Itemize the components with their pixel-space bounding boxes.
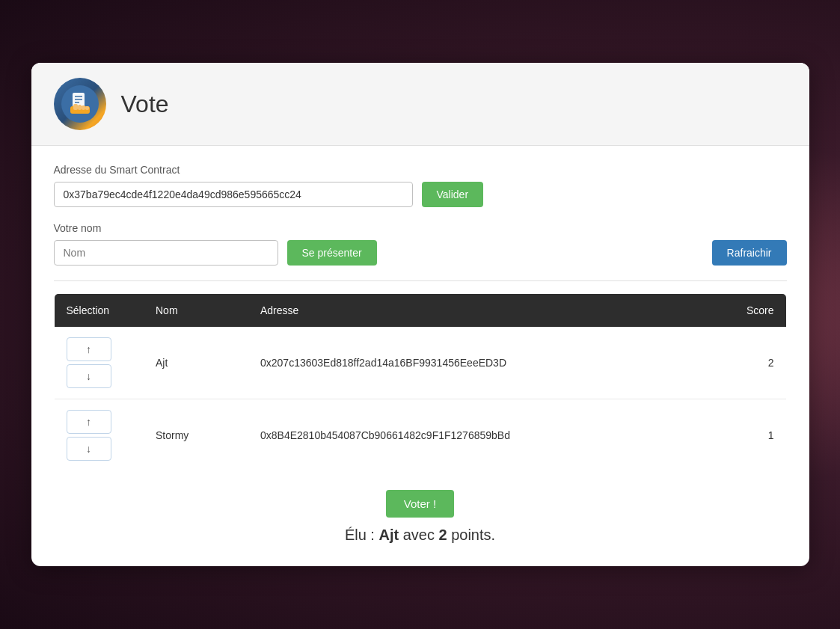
footer-actions: Voter ! Élu : Ajt avec 2 points. <box>54 490 787 544</box>
table-header-row: Sélection Nom Adresse Score <box>54 294 786 328</box>
downvote-button[interactable]: ↓ <box>67 437 111 461</box>
name-row: Se présenter Rafraichir <box>54 240 787 266</box>
selection-cell: ↑ ↓ <box>54 399 144 472</box>
svg-rect-8 <box>82 105 85 110</box>
result-suffix: points. <box>447 527 495 543</box>
svg-rect-6 <box>73 104 78 110</box>
selection-cell: ↑ ↓ <box>54 327 144 399</box>
vote-buttons: ↑ ↓ <box>67 337 132 388</box>
register-button[interactable]: Se présenter <box>287 240 377 266</box>
refresh-button[interactable]: Rafraichir <box>712 240 787 266</box>
contract-address-row: Valider <box>54 182 787 207</box>
contract-address-input[interactable] <box>54 182 413 207</box>
col-header-selection: Sélection <box>54 294 144 328</box>
result-text: Élu : Ajt avec 2 points. <box>54 527 787 544</box>
svg-rect-9 <box>85 106 89 110</box>
upvote-button[interactable]: ↑ <box>67 337 111 361</box>
result-points: 2 <box>439 527 447 543</box>
nom-cell: Stormy <box>144 399 248 472</box>
result-name: Ajt <box>378 527 399 543</box>
app-logo <box>54 78 106 130</box>
col-header-adresse: Adresse <box>248 294 711 328</box>
vote-button[interactable]: Voter ! <box>386 490 454 518</box>
validate-button[interactable]: Valider <box>422 182 484 207</box>
downvote-button[interactable]: ↓ <box>67 364 111 388</box>
adresse-cell: 0x207c13603Ed818ff2ad14a16BF9931456EeeED… <box>248 327 711 399</box>
result-prefix: Élu : <box>345 527 379 543</box>
candidates-table: Sélection Nom Adresse Score ↑ ↓ Ajt0x207… <box>54 293 787 472</box>
main-card: Vote Adresse du Smart Contract Valider V… <box>31 63 809 566</box>
contract-address-group: Adresse du Smart Contract Valider <box>54 164 787 207</box>
result-middle: avec <box>399 527 438 543</box>
card-header: Vote <box>31 63 809 146</box>
upvote-button[interactable]: ↑ <box>67 410 111 434</box>
name-label: Votre nom <box>54 222 787 234</box>
name-input[interactable] <box>54 240 278 266</box>
vote-buttons: ↑ ↓ <box>67 410 132 461</box>
score-cell: 1 <box>711 399 786 472</box>
adresse-cell: 0x8B4E2810b454087Cb90661482c9F1F1276859b… <box>248 399 711 472</box>
table-row: ↑ ↓ Stormy0x8B4E2810b454087Cb90661482c9F… <box>54 399 786 472</box>
score-cell: 2 <box>711 327 786 399</box>
app-title: Vote <box>121 90 169 118</box>
svg-rect-7 <box>78 105 82 110</box>
col-header-score: Score <box>711 294 786 328</box>
table-row: ↑ ↓ Ajt0x207c13603Ed818ff2ad14a16BF99314… <box>54 327 786 399</box>
divider <box>54 280 787 281</box>
col-header-nom: Nom <box>144 294 248 328</box>
name-group: Votre nom Se présenter Rafraichir <box>54 222 787 266</box>
nom-cell: Ajt <box>144 327 248 399</box>
contract-address-label: Adresse du Smart Contract <box>54 164 787 176</box>
card-body: Adresse du Smart Contract Valider Votre … <box>31 146 809 566</box>
